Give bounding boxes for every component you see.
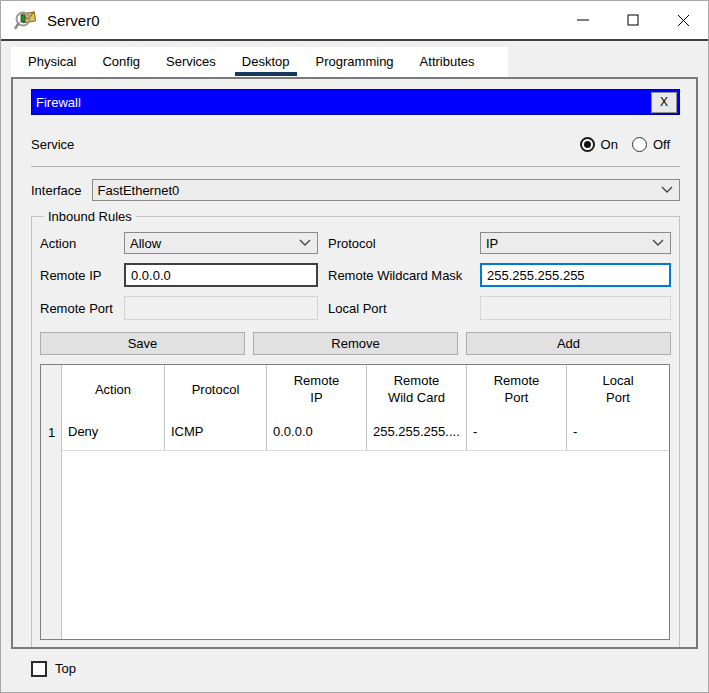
header-remote-port: RemotePort	[467, 365, 567, 413]
header-corner	[41, 365, 62, 413]
inbound-rules-group: Inbound Rules Action Allow Protocol IP R…	[31, 209, 680, 649]
minimize-button[interactable]	[558, 1, 608, 39]
remote-ip-input[interactable]	[124, 263, 318, 287]
firewall-titlebar: Firewall X	[31, 89, 680, 115]
maximize-button[interactable]	[608, 1, 658, 39]
tab-physical[interactable]: Physical	[15, 49, 89, 76]
remote-wildcard-input[interactable]	[480, 263, 671, 287]
service-radio-group: On Off	[580, 137, 680, 152]
local-port-label: Local Port	[328, 301, 470, 316]
firewall-close-button[interactable]: X	[651, 92, 677, 113]
header-local-port: LocalPort	[567, 365, 669, 413]
tab-programming[interactable]: Programming	[303, 49, 407, 76]
add-button[interactable]: Add	[466, 332, 671, 355]
rule-buttons-row: Save Remove Add	[40, 332, 671, 355]
remote-wildcard-label: Remote Wildcard Mask	[328, 268, 470, 283]
cell-action: Deny	[62, 413, 165, 451]
service-off-radio[interactable]	[632, 137, 647, 152]
cell-local-port: -	[567, 413, 669, 451]
top-checkbox[interactable]	[31, 661, 47, 677]
top-checkbox-label: Top	[55, 661, 76, 676]
service-label: Service	[31, 137, 74, 152]
interface-dropdown-value: FastEthernet0	[98, 183, 661, 198]
remove-button[interactable]: Remove	[253, 332, 458, 355]
action-dropdown-value: Allow	[130, 236, 299, 251]
interface-label: Interface	[31, 183, 82, 198]
service-row: Service On Off	[31, 132, 680, 156]
table-row[interactable]: 1 Deny ICMP 0.0.0.0 255.255.255.... - -	[41, 413, 669, 451]
window-title: Server0	[47, 12, 100, 29]
cell-protocol: ICMP	[165, 413, 267, 451]
service-off-label: Off	[653, 137, 670, 152]
protocol-dropdown-value: IP	[486, 236, 652, 251]
remote-port-label: Remote Port	[40, 301, 114, 316]
action-label: Action	[40, 236, 114, 251]
local-port-input	[480, 296, 671, 320]
window-controls	[558, 1, 708, 39]
desktop-page-panel: Firewall X Service On Off Interface Fast…	[11, 77, 698, 649]
footer-row: Top	[1, 649, 708, 688]
rules-table: Action Protocol RemoteIP RemoteWild Card…	[40, 364, 670, 640]
header-remote-wildcard: RemoteWild Card	[367, 365, 467, 413]
header-remote-ip: RemoteIP	[267, 365, 367, 413]
tab-config[interactable]: Config	[89, 49, 153, 76]
titlebar: Server0	[1, 1, 708, 41]
interface-dropdown[interactable]: FastEthernet0	[92, 179, 680, 201]
inbound-rules-legend: Inbound Rules	[44, 209, 136, 224]
cell-remote-port: -	[467, 413, 567, 451]
firewall-title: Firewall	[36, 95, 81, 110]
tab-attributes[interactable]: Attributes	[407, 49, 488, 76]
protocol-label: Protocol	[328, 236, 470, 251]
inbound-rules-form: Action Allow Protocol IP Remote IP Remot…	[40, 232, 671, 320]
tabstrip: Physical Config Services Desktop Program…	[11, 47, 508, 77]
rules-table-header: Action Protocol RemoteIP RemoteWild Card…	[41, 365, 669, 413]
save-button[interactable]: Save	[40, 332, 245, 355]
service-on-label: On	[601, 137, 618, 152]
tabstrip-row: Physical Config Services Desktop Program…	[1, 41, 708, 77]
chevron-down-icon	[661, 186, 673, 194]
row-number: 1	[41, 413, 62, 451]
cell-remote-ip: 0.0.0.0	[267, 413, 367, 451]
service-on-radio[interactable]	[580, 137, 595, 152]
cell-remote-wildcard: 255.255.255....	[367, 413, 467, 451]
packet-tracer-icon	[13, 7, 39, 33]
separator	[31, 166, 680, 167]
server-window: Server0 Physical Config Services Desktop…	[0, 0, 709, 693]
remote-port-input	[124, 296, 318, 320]
header-protocol: Protocol	[165, 365, 267, 413]
interface-row: Interface FastEthernet0	[31, 179, 680, 201]
protocol-dropdown[interactable]: IP	[480, 232, 671, 254]
chevron-down-icon	[299, 239, 311, 247]
close-button[interactable]	[658, 1, 708, 39]
chevron-down-icon	[652, 239, 664, 247]
remote-ip-label: Remote IP	[40, 268, 114, 283]
tab-services[interactable]: Services	[153, 49, 229, 76]
tab-desktop[interactable]: Desktop	[229, 49, 303, 76]
header-action: Action	[62, 365, 165, 413]
action-dropdown[interactable]: Allow	[124, 232, 318, 254]
